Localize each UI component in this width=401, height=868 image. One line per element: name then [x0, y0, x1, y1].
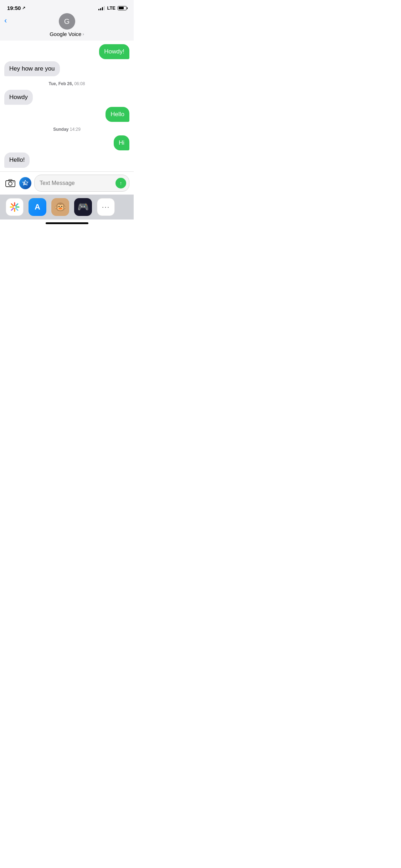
monkey-icon: 🐵 [54, 201, 67, 213]
outgoing-bubble: Hello [106, 107, 129, 122]
outgoing-bubble: Howdy! [99, 44, 129, 59]
incoming-bubble: Hey how are you [4, 61, 60, 76]
incoming-bubble: Howdy [4, 90, 33, 105]
tray-game-button[interactable]: 🎮 [74, 198, 92, 216]
incoming-bubble: Hello! [4, 153, 30, 167]
tray-more-button[interactable]: ··· [97, 198, 115, 216]
app-tray: A 🐵 🎮 ··· [0, 195, 134, 219]
input-area: A ↑ [0, 171, 134, 195]
outgoing-bubble: Hi [114, 135, 129, 150]
messages-area: Howdy! Hey how are you Tue, Feb 26, 06:0… [0, 41, 134, 171]
camera-button[interactable] [4, 177, 16, 189]
timestamp: Sunday 14:29 [4, 127, 129, 132]
status-bar: 19:50 ↗ LTE [0, 0, 134, 13]
home-bar [46, 222, 88, 224]
signal-bars-icon [98, 6, 105, 10]
message-row: Hi [4, 135, 129, 150]
game-icon: 🎮 [77, 201, 89, 212]
appstore-icon: A [22, 180, 29, 187]
contact-chevron-icon: › [82, 31, 84, 37]
message-row: Hello [4, 107, 129, 122]
text-input-wrapper[interactable]: ↑ [34, 175, 129, 192]
svg-text:A: A [23, 181, 26, 186]
time-display: 19:50 [7, 5, 21, 11]
appstore-tray-icon: A [35, 202, 40, 212]
lte-label: LTE [107, 5, 115, 11]
photos-icon [9, 201, 20, 213]
send-button[interactable]: ↑ [115, 178, 126, 188]
tray-monkey-button[interactable]: 🐵 [51, 198, 69, 216]
timestamp: Tue, Feb 26, 06:08 [4, 81, 129, 86]
status-time: 19:50 ↗ [7, 5, 25, 11]
home-indicator [0, 219, 134, 226]
message-row: Hello! [4, 153, 129, 167]
svg-point-3 [13, 181, 14, 182]
svg-rect-2 [9, 180, 12, 181]
camera-icon [5, 179, 15, 187]
more-icon: ··· [102, 203, 110, 211]
message-row: Hey how are you [4, 61, 129, 76]
battery-icon [118, 6, 127, 10]
svg-point-1 [9, 182, 12, 185]
location-arrow-icon: ↗ [22, 6, 25, 10]
back-button[interactable]: ‹ [4, 16, 7, 25]
message-row: Howdy [4, 90, 129, 105]
tray-appstore-button[interactable]: A [29, 198, 46, 216]
avatar: G [59, 13, 75, 30]
send-arrow-icon: ↑ [120, 180, 122, 186]
appstore-button[interactable]: A [19, 177, 31, 189]
status-icons: LTE [98, 5, 127, 11]
svg-point-5 [14, 206, 16, 208]
contact-name[interactable]: Google Voice › [50, 31, 84, 37]
message-row: Howdy! [4, 44, 129, 59]
tray-photos-button[interactable] [6, 198, 24, 216]
conversation-header: ‹ G Google Voice › [0, 13, 134, 41]
message-input[interactable] [40, 180, 113, 186]
